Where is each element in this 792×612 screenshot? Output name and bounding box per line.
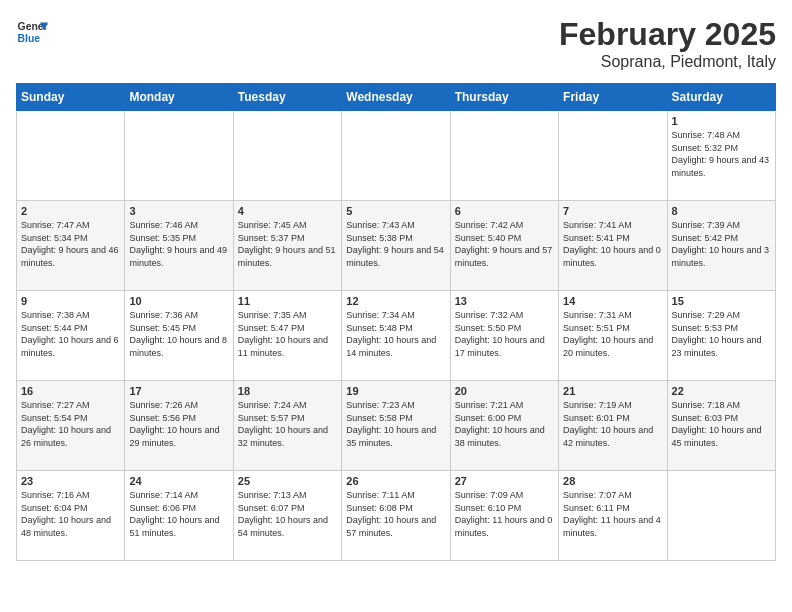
day-info: Sunrise: 7:14 AM Sunset: 6:06 PM Dayligh… [129,489,228,539]
day-info: Sunrise: 7:36 AM Sunset: 5:45 PM Dayligh… [129,309,228,359]
calendar-week-row: 9Sunrise: 7:38 AM Sunset: 5:44 PM Daylig… [17,291,776,381]
day-info: Sunrise: 7:41 AM Sunset: 5:41 PM Dayligh… [563,219,662,269]
day-info: Sunrise: 7:07 AM Sunset: 6:11 PM Dayligh… [563,489,662,539]
calendar-cell: 1Sunrise: 7:48 AM Sunset: 5:32 PM Daylig… [667,111,775,201]
calendar-cell: 18Sunrise: 7:24 AM Sunset: 5:57 PM Dayli… [233,381,341,471]
day-info: Sunrise: 7:31 AM Sunset: 5:51 PM Dayligh… [563,309,662,359]
weekday-header: Wednesday [342,84,450,111]
day-info: Sunrise: 7:43 AM Sunset: 5:38 PM Dayligh… [346,219,445,269]
day-info: Sunrise: 7:35 AM Sunset: 5:47 PM Dayligh… [238,309,337,359]
calendar-cell: 23Sunrise: 7:16 AM Sunset: 6:04 PM Dayli… [17,471,125,561]
calendar-title: February 2025 [559,16,776,53]
day-info: Sunrise: 7:16 AM Sunset: 6:04 PM Dayligh… [21,489,120,539]
day-number: 9 [21,295,120,307]
day-info: Sunrise: 7:48 AM Sunset: 5:32 PM Dayligh… [672,129,771,179]
calendar-cell [342,111,450,201]
day-number: 23 [21,475,120,487]
calendar-cell: 21Sunrise: 7:19 AM Sunset: 6:01 PM Dayli… [559,381,667,471]
day-info: Sunrise: 7:45 AM Sunset: 5:37 PM Dayligh… [238,219,337,269]
day-info: Sunrise: 7:42 AM Sunset: 5:40 PM Dayligh… [455,219,554,269]
calendar-cell: 7Sunrise: 7:41 AM Sunset: 5:41 PM Daylig… [559,201,667,291]
day-number: 10 [129,295,228,307]
day-number: 3 [129,205,228,217]
day-info: Sunrise: 7:24 AM Sunset: 5:57 PM Dayligh… [238,399,337,449]
day-info: Sunrise: 7:23 AM Sunset: 5:58 PM Dayligh… [346,399,445,449]
day-number: 7 [563,205,662,217]
page-header: General Blue February 2025 Soprana, Pied… [16,16,776,71]
weekday-header: Sunday [17,84,125,111]
calendar-week-row: 1Sunrise: 7:48 AM Sunset: 5:32 PM Daylig… [17,111,776,201]
calendar-cell: 20Sunrise: 7:21 AM Sunset: 6:00 PM Dayli… [450,381,558,471]
calendar-table: SundayMondayTuesdayWednesdayThursdayFrid… [16,83,776,561]
day-info: Sunrise: 7:13 AM Sunset: 6:07 PM Dayligh… [238,489,337,539]
day-number: 4 [238,205,337,217]
calendar-subtitle: Soprana, Piedmont, Italy [559,53,776,71]
calendar-week-row: 2Sunrise: 7:47 AM Sunset: 5:34 PM Daylig… [17,201,776,291]
day-number: 27 [455,475,554,487]
logo: General Blue [16,16,48,48]
day-number: 12 [346,295,445,307]
day-info: Sunrise: 7:09 AM Sunset: 6:10 PM Dayligh… [455,489,554,539]
day-info: Sunrise: 7:26 AM Sunset: 5:56 PM Dayligh… [129,399,228,449]
calendar-cell [667,471,775,561]
day-number: 24 [129,475,228,487]
calendar-cell [233,111,341,201]
calendar-cell: 3Sunrise: 7:46 AM Sunset: 5:35 PM Daylig… [125,201,233,291]
day-info: Sunrise: 7:47 AM Sunset: 5:34 PM Dayligh… [21,219,120,269]
day-number: 17 [129,385,228,397]
svg-text:Blue: Blue [18,33,41,44]
calendar-cell: 15Sunrise: 7:29 AM Sunset: 5:53 PM Dayli… [667,291,775,381]
day-number: 6 [455,205,554,217]
calendar-cell: 28Sunrise: 7:07 AM Sunset: 6:11 PM Dayli… [559,471,667,561]
day-info: Sunrise: 7:27 AM Sunset: 5:54 PM Dayligh… [21,399,120,449]
day-number: 19 [346,385,445,397]
day-number: 8 [672,205,771,217]
calendar-cell: 2Sunrise: 7:47 AM Sunset: 5:34 PM Daylig… [17,201,125,291]
day-number: 26 [346,475,445,487]
day-number: 13 [455,295,554,307]
calendar-cell: 12Sunrise: 7:34 AM Sunset: 5:48 PM Dayli… [342,291,450,381]
day-number: 2 [21,205,120,217]
weekday-header: Friday [559,84,667,111]
calendar-cell [17,111,125,201]
day-info: Sunrise: 7:34 AM Sunset: 5:48 PM Dayligh… [346,309,445,359]
calendar-cell: 8Sunrise: 7:39 AM Sunset: 5:42 PM Daylig… [667,201,775,291]
title-block: February 2025 Soprana, Piedmont, Italy [559,16,776,71]
day-number: 28 [563,475,662,487]
day-info: Sunrise: 7:39 AM Sunset: 5:42 PM Dayligh… [672,219,771,269]
calendar-week-row: 23Sunrise: 7:16 AM Sunset: 6:04 PM Dayli… [17,471,776,561]
weekday-header: Thursday [450,84,558,111]
calendar-cell [450,111,558,201]
day-number: 25 [238,475,337,487]
weekday-header: Tuesday [233,84,341,111]
calendar-cell: 22Sunrise: 7:18 AM Sunset: 6:03 PM Dayli… [667,381,775,471]
day-info: Sunrise: 7:19 AM Sunset: 6:01 PM Dayligh… [563,399,662,449]
day-number: 22 [672,385,771,397]
day-number: 21 [563,385,662,397]
day-number: 5 [346,205,445,217]
calendar-cell: 14Sunrise: 7:31 AM Sunset: 5:51 PM Dayli… [559,291,667,381]
calendar-cell [125,111,233,201]
calendar-cell: 11Sunrise: 7:35 AM Sunset: 5:47 PM Dayli… [233,291,341,381]
day-info: Sunrise: 7:18 AM Sunset: 6:03 PM Dayligh… [672,399,771,449]
day-info: Sunrise: 7:46 AM Sunset: 5:35 PM Dayligh… [129,219,228,269]
day-number: 16 [21,385,120,397]
calendar-cell: 25Sunrise: 7:13 AM Sunset: 6:07 PM Dayli… [233,471,341,561]
calendar-cell: 10Sunrise: 7:36 AM Sunset: 5:45 PM Dayli… [125,291,233,381]
day-number: 1 [672,115,771,127]
calendar-cell: 6Sunrise: 7:42 AM Sunset: 5:40 PM Daylig… [450,201,558,291]
weekday-header: Monday [125,84,233,111]
calendar-cell [559,111,667,201]
calendar-cell: 19Sunrise: 7:23 AM Sunset: 5:58 PM Dayli… [342,381,450,471]
calendar-cell: 24Sunrise: 7:14 AM Sunset: 6:06 PM Dayli… [125,471,233,561]
day-number: 14 [563,295,662,307]
day-info: Sunrise: 7:21 AM Sunset: 6:00 PM Dayligh… [455,399,554,449]
calendar-cell: 27Sunrise: 7:09 AM Sunset: 6:10 PM Dayli… [450,471,558,561]
day-number: 18 [238,385,337,397]
weekday-header: Saturday [667,84,775,111]
weekday-header-row: SundayMondayTuesdayWednesdayThursdayFrid… [17,84,776,111]
logo-icon: General Blue [16,16,48,48]
calendar-cell: 16Sunrise: 7:27 AM Sunset: 5:54 PM Dayli… [17,381,125,471]
day-info: Sunrise: 7:29 AM Sunset: 5:53 PM Dayligh… [672,309,771,359]
day-number: 11 [238,295,337,307]
